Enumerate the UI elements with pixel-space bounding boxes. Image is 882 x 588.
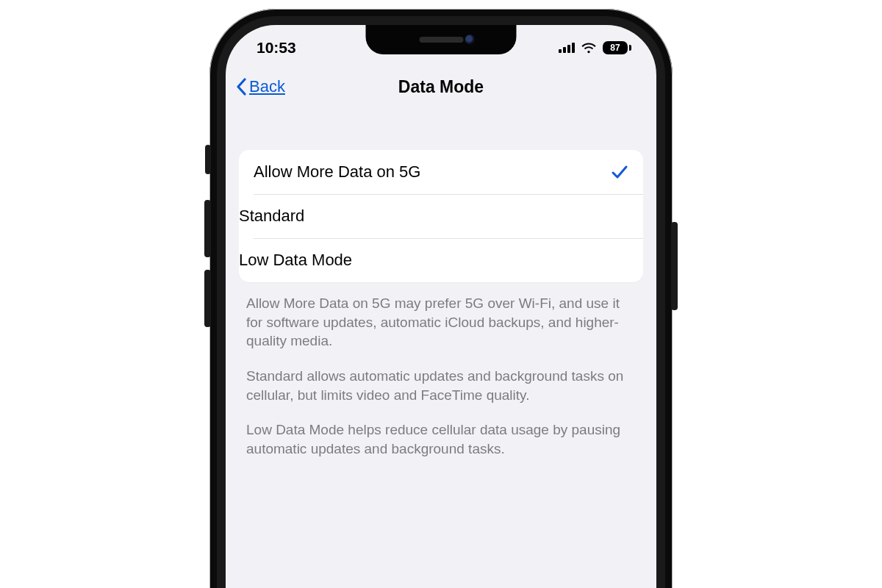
battery-indicator: 87: [603, 41, 631, 54]
checkmark-icon: [611, 164, 628, 180]
chevron-left-icon: [236, 78, 248, 96]
battery-percent: 87: [610, 43, 620, 53]
phone-bezel: 10:53 87: [217, 16, 665, 588]
wifi-icon: [581, 42, 597, 54]
option-label: Allow More Data on 5G: [254, 162, 420, 182]
option-allow-more-data-5g[interactable]: Allow More Data on 5G: [239, 150, 643, 194]
option-label: Low Data Mode: [239, 251, 352, 270]
status-bar: 10:53 87: [226, 25, 656, 66]
silence-switch[interactable]: [205, 145, 211, 174]
phone-frame: 10:53 87: [209, 9, 673, 588]
screen: 10:53 87: [226, 25, 656, 588]
option-standard[interactable]: Standard: [239, 194, 643, 238]
description-low-data-mode: Low Data Mode helps reduce cellular data…: [246, 420, 636, 458]
description-allow-more-data: Allow More Data on 5G may prefer 5G over…: [246, 294, 636, 351]
navigation-bar: Back Data Mode: [226, 66, 656, 107]
options-description: Allow More Data on 5G may prefer 5G over…: [246, 294, 636, 458]
page-title: Data Mode: [398, 77, 484, 97]
back-label: Back: [249, 77, 285, 96]
cellular-signal-icon: [559, 43, 575, 53]
description-standard: Standard allows automatic updates and ba…: [246, 367, 636, 404]
status-time: 10:53: [257, 39, 296, 57]
option-low-data-mode[interactable]: Low Data Mode: [239, 238, 643, 282]
volume-up-button[interactable]: [204, 200, 211, 257]
volume-down-button[interactable]: [204, 270, 211, 327]
data-mode-options: Allow More Data on 5G Standard Low Data …: [239, 150, 643, 282]
back-button[interactable]: Back: [236, 77, 285, 96]
power-button[interactable]: [671, 222, 678, 310]
option-label: Standard: [239, 207, 304, 226]
